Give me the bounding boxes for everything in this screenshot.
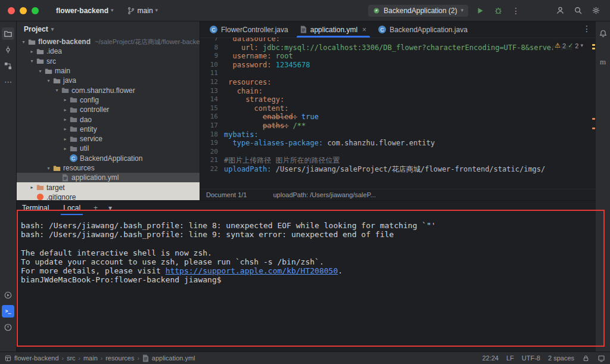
line-ending-widget[interactable]: LF	[506, 354, 514, 362]
line-number[interactable]: 22	[200, 165, 224, 174]
breadcrumb-item[interactable]: flower-backend	[14, 354, 59, 362]
editor-line[interactable]: 20	[200, 148, 591, 157]
editor-line[interactable]: 22uploadPath: /Users/jiawang/saleProject…	[200, 165, 591, 174]
line-number[interactable]: 21	[200, 156, 224, 165]
tree-item[interactable]: ▾resources	[17, 163, 200, 173]
terminal-title-tab[interactable]: Terminal	[21, 204, 50, 212]
caret-position-widget[interactable]: 22:24	[482, 354, 499, 362]
user-account-button[interactable]	[554, 5, 566, 17]
reader-mode-icon[interactable]	[597, 354, 605, 362]
editor-line[interactable]: 18mybatis:	[200, 130, 591, 139]
inspections-widget[interactable]: ⚠ 2 ✓ 2 ▾	[552, 41, 586, 51]
editor-line[interactable]: 17 paths: /**	[200, 122, 591, 130]
editor-tab-options-button[interactable]: ⋮	[583, 24, 591, 33]
editor-line[interactable]: 21#图片上传路径 图片所在的路径位置	[200, 156, 591, 165]
chevron-right-icon[interactable]: ▸	[62, 136, 69, 142]
tree-item[interactable]: ▸config	[17, 95, 200, 105]
close-window-button[interactable]	[8, 7, 15, 14]
chevron-right-icon[interactable]: ▸	[62, 97, 69, 102]
line-number[interactable]: 16	[200, 113, 224, 122]
editor-tab[interactable]: CFlowerController.java	[204, 21, 294, 38]
line-number[interactable]: 9	[200, 52, 224, 61]
editor-tab[interactable]: CBackendApplication.java	[372, 21, 474, 38]
project-selector[interactable]: flower-backend ▾	[52, 5, 118, 17]
settings-button[interactable]	[590, 5, 602, 17]
editor-line[interactable]: 14 strategy:	[200, 95, 591, 104]
breadcrumb-item[interactable]: src	[67, 354, 76, 362]
tree-item[interactable]: ▾flower-backend~/saleProject/花店商城/flower…	[17, 37, 200, 46]
tree-item[interactable]: CBackendApplication	[17, 154, 200, 163]
tree-item[interactable]: application.yml	[17, 173, 200, 182]
line-number[interactable]: 11	[200, 69, 224, 78]
terminal-tool-button[interactable]: >_	[2, 305, 14, 318]
chevron-down-icon[interactable]: ▾	[37, 69, 43, 74]
chevron-down-icon[interactable]: ▾	[29, 58, 35, 64]
line-number[interactable]: 10	[200, 61, 224, 70]
maven-tool-button[interactable]: m	[597, 55, 609, 68]
tree-item[interactable]: ▾src	[17, 57, 200, 66]
tree-item[interactable]: ▾com.shanzhu.flower	[17, 85, 200, 95]
editor-tab[interactable]: application.yml×	[294, 21, 372, 38]
more-tool-windows-button[interactable]: ⋯	[2, 76, 14, 88]
chevron-right-icon[interactable]: ▸	[29, 185, 35, 190]
structure-tool-button[interactable]	[2, 60, 14, 72]
more-actions-button[interactable]: ⋮	[510, 5, 522, 17]
tree-item[interactable]: .gitignore	[17, 192, 200, 200]
editor-line[interactable]: 19 type-aliases-package: com.shanzhu.flo…	[200, 139, 591, 148]
minimize-window-button[interactable]	[20, 7, 27, 14]
project-panel-header[interactable]: Project ▾	[17, 21, 200, 37]
project-tool-button[interactable]	[2, 27, 14, 40]
tree-item[interactable]: ▾java	[17, 76, 200, 85]
services-tool-button[interactable]	[2, 289, 14, 301]
tree-item[interactable]: ▸target	[17, 182, 200, 192]
breadcrumb-item[interactable]: resources	[105, 354, 134, 362]
lock-icon[interactable]	[582, 354, 590, 362]
line-number[interactable]: 7	[200, 38, 224, 43]
terminal-output[interactable]: bash: /Users/jiawang/.bash_profile: line…	[17, 215, 596, 351]
zoom-window-button[interactable]	[32, 7, 39, 14]
chevron-right-icon[interactable]: ▸	[62, 146, 69, 151]
editor-line[interactable]: 8 url: jdbc:mysql://localhost:3306/DB_fl…	[200, 43, 591, 52]
line-number[interactable]: 13	[200, 87, 224, 96]
chevron-down-icon[interactable]: ▾	[45, 78, 52, 83]
search-everywhere-button[interactable]	[572, 5, 584, 17]
editor-line[interactable]: 10 password: 12345678	[200, 61, 591, 70]
chevron-right-icon[interactable]: ▸	[62, 107, 69, 113]
project-tree[interactable]: ▾flower-backend~/saleProject/花店商城/flower…	[17, 37, 200, 200]
chevron-right-icon[interactable]: ▸	[29, 49, 35, 54]
line-number[interactable]: 17	[200, 122, 224, 130]
chevron-down-icon[interactable]: ▾	[45, 166, 52, 171]
line-number[interactable]: 18	[200, 130, 224, 139]
chevron-right-icon[interactable]: ▸	[62, 117, 69, 122]
line-number[interactable]: 15	[200, 104, 224, 113]
chevron-down-icon[interactable]: ▾	[20, 39, 27, 45]
chevron-right-icon[interactable]: ▸	[62, 126, 69, 132]
tree-item[interactable]: ▾main	[17, 66, 200, 76]
editor-code-area[interactable]: 7 datasource:8 url: jdbc:mysql://localho…	[200, 38, 591, 189]
line-number[interactable]: 8	[200, 43, 224, 52]
breadcrumb-item[interactable]: main	[83, 354, 98, 362]
indent-widget[interactable]: 2 spaces	[548, 354, 574, 362]
tree-item[interactable]: ▸controller	[17, 105, 200, 114]
problems-tool-button[interactable]	[2, 321, 14, 334]
new-terminal-session-button[interactable]: +	[94, 204, 98, 212]
branch-selector[interactable]: main ▾	[123, 5, 163, 17]
notifications-bell-button[interactable]	[597, 27, 609, 40]
line-number[interactable]: 20	[200, 148, 224, 157]
editor-line[interactable]: 15 content:	[200, 104, 591, 113]
tree-item[interactable]: ▸util	[17, 144, 200, 153]
encoding-widget[interactable]: UTF-8	[522, 354, 540, 362]
tree-item[interactable]: ▸service	[17, 134, 200, 144]
debug-button[interactable]	[492, 5, 504, 17]
yaml-breadcrumb-label[interactable]: uploadPath: /Users/jiawang/saleP...	[273, 191, 375, 198]
run-configuration-selector[interactable]: BackendApplication (2) ▾	[368, 5, 468, 17]
editor-line[interactable]: 11	[200, 69, 591, 78]
terminal-session-tab[interactable]: Local	[61, 201, 83, 215]
breadcrumb-item[interactable]: application.yml	[152, 354, 195, 362]
tree-item[interactable]: ▸entity	[17, 125, 200, 134]
terminal-link[interactable]: https://support.apple.com/kb/HT208050	[166, 266, 338, 275]
editor-line[interactable]: 16 enabled: true	[200, 113, 591, 122]
line-number[interactable]: 12	[200, 78, 224, 87]
editor-line[interactable]: 9 username: root	[200, 52, 591, 61]
editor-line[interactable]: 13 chain:	[200, 87, 591, 96]
